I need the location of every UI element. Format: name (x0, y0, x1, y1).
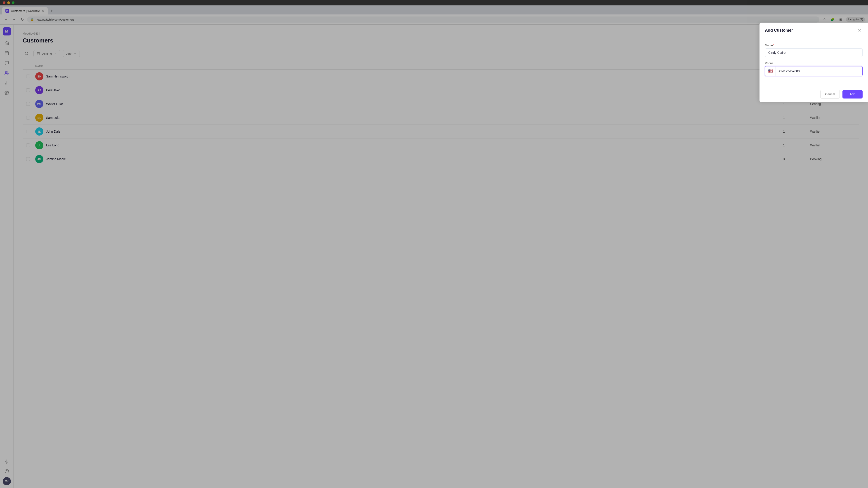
name-required: * (773, 43, 774, 47)
name-input[interactable] (765, 48, 863, 57)
name-field-group: Name* (765, 43, 863, 57)
phone-label: Phone (765, 61, 863, 65)
phone-flag-selector[interactable]: 🇺🇸 (765, 66, 776, 76)
panel-title: Add Customer (765, 28, 793, 33)
cancel-button[interactable]: Cancel (820, 90, 840, 98)
panel-header: Add Customer ✕ (760, 23, 868, 38)
panel-body: Name* Phone 🇺🇸 (760, 38, 868, 86)
panel-close-button[interactable]: ✕ (856, 27, 863, 33)
panel-footer: Cancel Add (760, 86, 868, 102)
add-button[interactable]: Add (842, 90, 863, 98)
flag-icon: 🇺🇸 (768, 69, 773, 74)
phone-input[interactable] (776, 67, 862, 75)
panel-overlay[interactable] (0, 0, 868, 488)
add-customer-panel: Add Customer ✕ Name* Phone 🇺🇸 Cancel Add (760, 23, 868, 102)
name-label: Name* (765, 43, 863, 47)
phone-field-group: Phone 🇺🇸 (765, 61, 863, 76)
phone-input-wrapper: 🇺🇸 (765, 66, 863, 76)
